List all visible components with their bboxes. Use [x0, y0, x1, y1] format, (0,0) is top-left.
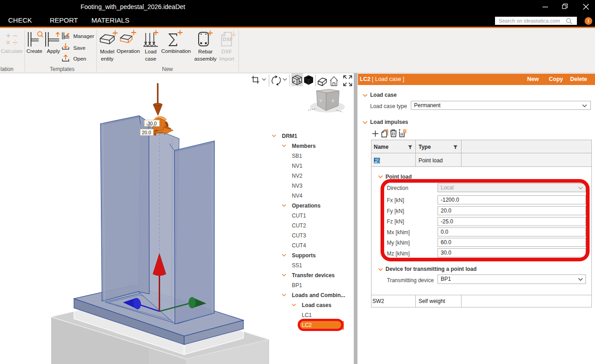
- svg-text:DXF: DXF: [223, 37, 233, 42]
- svg-text:Y: Y: [319, 99, 322, 103]
- svg-text:20.0: 20.0: [142, 130, 152, 135]
- svg-text:-25.0: -25.0: [145, 124, 156, 130]
- svg-text:X: X: [332, 99, 334, 103]
